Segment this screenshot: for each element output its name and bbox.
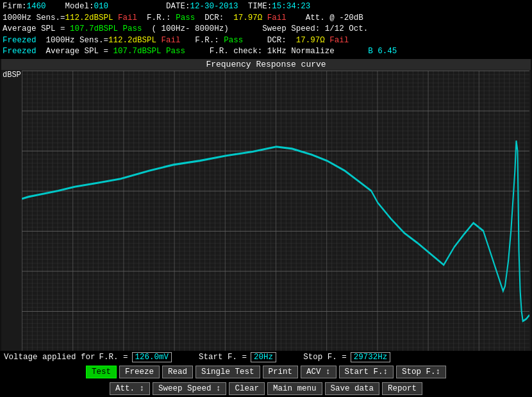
frozen1-sens-label: 1000Hz Sens.= — [46, 35, 109, 47]
voltage-fr-label: F.R. = — [99, 353, 128, 362]
frozen2-fr-check: F.R. check: 1kHz Normalize — [210, 46, 335, 58]
freeze-button[interactable]: Freeze — [119, 366, 160, 378]
header: Firm: 1460 Model: 010 DATE: 12-30-2013 T… — [0, 0, 532, 59]
frozen2-avg-value: 107.7dBSPL — [113, 46, 162, 58]
voltage-stop-label: Stop F. = — [303, 353, 347, 362]
voltage-start-value: 20Hz — [251, 352, 276, 362]
sweep-speed-button[interactable]: Sweep Speed ↕ — [153, 382, 227, 395]
avg-status: Pass — [123, 24, 142, 35]
header-line-3: Average SPL = 107.7dBSPL Pass ( 100Hz- 8… — [3, 24, 529, 35]
frozen1-dcr-label: DCR: — [267, 35, 287, 47]
frozen2-prefix: Freezed — [3, 46, 37, 58]
frozen2-avg-status: Pass — [166, 46, 185, 58]
frozen1-prefix: Freezed — [3, 35, 37, 47]
button-row-2: Att. ↕ Sweep Speed ↕ Clear Main menu Sav… — [0, 380, 532, 397]
voltage-stop-value: 29732Hz — [351, 352, 391, 362]
header-line-1: Firm: 1460 Model: 010 DATE: 12-30-2013 T… — [3, 1, 529, 13]
sweep-label: Sweep Speed: 1/12 Oct. — [262, 24, 368, 35]
model-value: 010 — [94, 1, 109, 13]
clear-button[interactable]: Clear — [229, 382, 265, 395]
frozen1-dcr-status: Fail — [329, 35, 349, 47]
avg-label: Average SPL = — [3, 24, 65, 35]
stop-f-button[interactable]: Stop F.↕ — [396, 366, 446, 378]
frozen-line-1: Freezed 1000Hz Sens.= 112.2dBSPL Fail F.… — [3, 35, 529, 47]
chart-container: Frequency Response curve dBSPL 70 80 90 … — [1, 59, 531, 351]
sens-status: Fail — [118, 13, 137, 24]
single-test-button[interactable]: Single Test — [195, 366, 260, 378]
chart-svg: 70 80 90 100 110 120 130 140 20Hz 3 50Hz… — [22, 71, 529, 351]
voltage-line: Voltage applied for F.R. = 126.0mV Start… — [0, 351, 532, 364]
avg-value: 107.7dBSPL — [70, 24, 118, 35]
sens-value: 112.2dBSPL — [65, 13, 113, 24]
main-menu-button[interactable]: Main menu — [267, 382, 322, 395]
date-value: 12-30-2013 — [190, 1, 238, 13]
save-data-button[interactable]: Save data — [325, 382, 380, 395]
range-label: ( 100Hz- 8000Hz) — [152, 24, 229, 35]
dcr-status: Fail — [267, 13, 287, 24]
time-label: TIME: — [248, 1, 272, 13]
time-value: 15:34:23 — [272, 1, 310, 13]
frozen1-fr-status: Pass — [224, 35, 243, 47]
fr-label: F.R.: — [147, 13, 171, 24]
chart-title: Frequency Response curve — [1, 59, 531, 70]
acv-button[interactable]: ACV ↕ — [301, 366, 337, 378]
voltage-label: Voltage applied for — [4, 353, 96, 362]
frozen1-sens-status: Fail — [162, 35, 181, 47]
frozen2-b-value: B 6.45 — [368, 46, 397, 58]
frozen1-dcr-value: 17.97Ω — [296, 35, 325, 47]
app: Firm: 1460 Model: 010 DATE: 12-30-2013 T… — [0, 0, 532, 397]
fr-status: Pass — [176, 13, 195, 24]
svg-rect-2 — [22, 71, 529, 351]
firm-label: Firm: — [3, 1, 27, 13]
start-f-button[interactable]: Start F.↕ — [339, 366, 394, 378]
frozen1-fr-label: F.R.: — [195, 35, 219, 47]
frozen-line-2: Freezed Average SPL = 107.7dBSPL Pass F.… — [3, 46, 529, 58]
firm-value: 1460 — [27, 1, 46, 13]
frozen2-avg-label: Average SPL = — [46, 46, 109, 58]
model-label: Model: — [65, 1, 94, 13]
att-label: Att. @ -20dB — [306, 13, 363, 24]
date-label: DATE: — [166, 1, 190, 13]
frozen1-sens-value: 112.2dBSPL — [108, 35, 156, 47]
dcr-value: 17.97Ω — [233, 13, 262, 24]
header-line-2: 1000Hz Sens.= 112.2dBSPL Fail F.R.: Pass… — [3, 13, 529, 24]
report-button[interactable]: Report — [382, 382, 422, 395]
print-button[interactable]: Print — [263, 366, 299, 378]
button-row-1: Test Freeze Read Single Test Print ACV ↕… — [0, 364, 532, 380]
sens-label: 1000Hz Sens.= — [3, 13, 65, 24]
dcr-label: DCR: — [204, 13, 224, 24]
read-button[interactable]: Read — [162, 366, 193, 378]
voltage-fr-value: 126.0mV — [132, 352, 172, 362]
voltage-start-label: Start F. = — [199, 353, 247, 362]
att-button[interactable]: Att. ↕ — [110, 382, 150, 395]
test-button[interactable]: Test — [86, 366, 117, 378]
